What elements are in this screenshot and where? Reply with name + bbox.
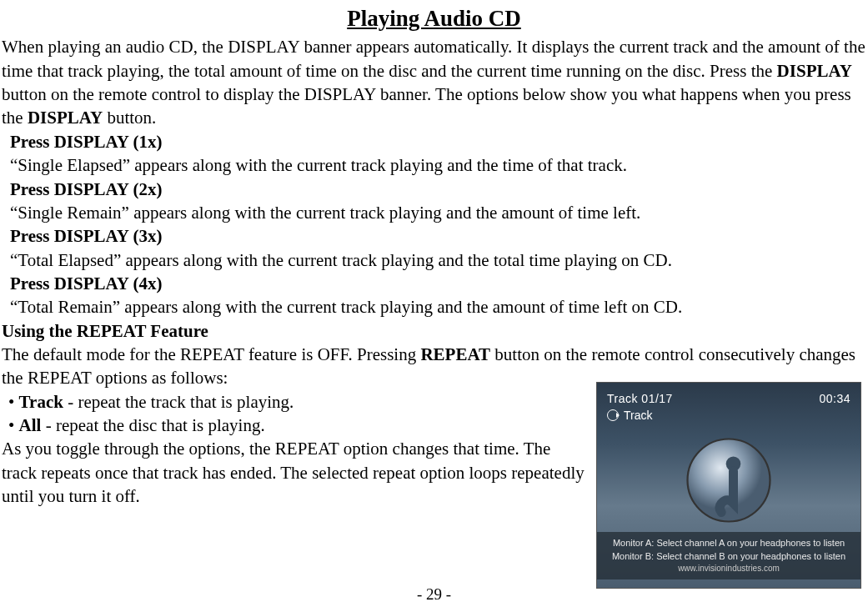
display-press-4-label: Press DISPLAY (4x): [2, 272, 866, 295]
intro-paragraph: When playing an audio CD, the DISPLAY ba…: [2, 35, 866, 129]
screenshot-time: 00:34: [819, 391, 850, 407]
repeat-outro: As you toggle through the options, the R…: [2, 437, 585, 508]
intro-bold-2: DISPLAY: [28, 108, 103, 128]
repeat-icon: [607, 409, 619, 421]
bullet-prefix-2: •: [8, 415, 19, 435]
screenshot-top-bar: Track 01/17 00:34: [607, 391, 850, 407]
screenshot-footer: Monitor A: Select channel A on your head…: [597, 532, 860, 579]
screenshot-url: www.invisionindustries.com: [604, 563, 854, 574]
repeat-intro-1: The default mode for the REPEAT feature …: [2, 344, 420, 364]
bullet-rest-1: - repeat the track that is playing.: [63, 392, 294, 412]
display-press-3-label: Press DISPLAY (3x): [2, 224, 866, 248]
cd-player-screenshot: Track 01/17 00:34 Track Monitor A: Selec…: [596, 382, 861, 589]
logo-icon: [683, 434, 775, 526]
display-press-3-desc: “Total Elapsed” appears along with the c…: [2, 248, 866, 272]
bullet-prefix-1: •: [8, 392, 19, 412]
bullet-bold-1: Track: [19, 392, 63, 412]
intro-bold-1: DISPLAY: [777, 61, 852, 81]
intro-text-1: When playing an audio CD, the DISPLAY ba…: [2, 37, 865, 80]
repeat-heading: Using the REPEAT Feature: [2, 319, 866, 343]
display-press-2-desc: “Single Remain” appears along with the c…: [2, 201, 866, 224]
screenshot-track-number: Track 01/17: [607, 391, 673, 407]
bullet-bold-2: All: [19, 415, 42, 435]
display-press-4-desc: “Total Remain” appears along with the cu…: [2, 295, 866, 319]
bullet-rest-2: - repeat the disc that is playing.: [41, 415, 264, 435]
screenshot-repeat-line: Track: [607, 408, 652, 424]
intro-text-3: button.: [103, 108, 156, 128]
display-press-1-label: Press DISPLAY (1x): [2, 130, 866, 153]
repeat-intro-bold: REPEAT: [420, 344, 490, 364]
display-press-1-desc: “Single Elapsed” appears along with the …: [2, 153, 866, 177]
screenshot-monitor-a: Monitor A: Select channel A on your head…: [604, 537, 854, 549]
screenshot-monitor-b: Monitor B: Select channel B on your head…: [604, 550, 854, 563]
display-press-2-label: Press DISPLAY (2x): [2, 178, 866, 201]
screenshot-repeat-label: Track: [624, 408, 652, 424]
page-number: - 29 -: [0, 584, 868, 605]
page-title: Playing Audio CD: [2, 3, 866, 33]
